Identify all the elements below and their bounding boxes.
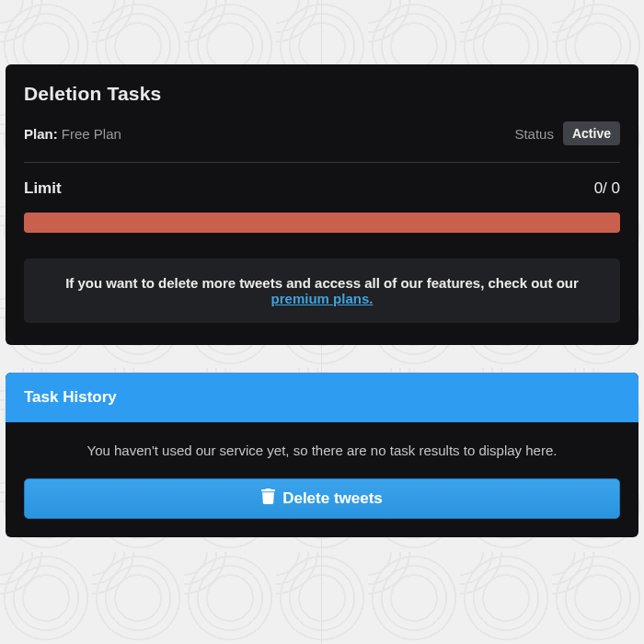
plan-line: Plan: Free Plan [24, 126, 121, 142]
status-group: Status Active [514, 121, 620, 145]
plan-label: Plan: [24, 126, 58, 142]
limit-row: Limit 0/ 0 [24, 179, 620, 198]
limit-progress-bar [24, 213, 620, 233]
divider [24, 162, 620, 163]
delete-tweets-button[interactable]: Delete tweets [24, 478, 620, 519]
plan-value: Free Plan [62, 126, 121, 142]
delete-tweets-button-label: Delete tweets [282, 489, 383, 508]
premium-plans-link[interactable]: premium plans. [271, 291, 374, 306]
plan-status-row: Plan: Free Plan Status Active [24, 121, 620, 145]
limit-value: 0/ 0 [594, 179, 620, 198]
upgrade-notice: If you want to delete more tweets and ac… [24, 259, 620, 323]
status-label: Status [514, 126, 554, 142]
limit-label: Limit [24, 179, 62, 198]
trash-icon [261, 489, 275, 509]
task-history-empty-message: You haven't used our service yet, so the… [24, 443, 620, 458]
deletion-tasks-card: Deletion Tasks Plan: Free Plan Status Ac… [6, 64, 638, 345]
status-badge: Active [563, 121, 620, 145]
task-history-title: Task History [24, 388, 620, 407]
task-history-card: Task History You haven't used our servic… [6, 373, 638, 537]
task-history-header: Task History [6, 373, 638, 422]
upgrade-notice-text: If you want to delete more tweets and ac… [65, 275, 579, 291]
deletion-tasks-title: Deletion Tasks [24, 83, 620, 105]
